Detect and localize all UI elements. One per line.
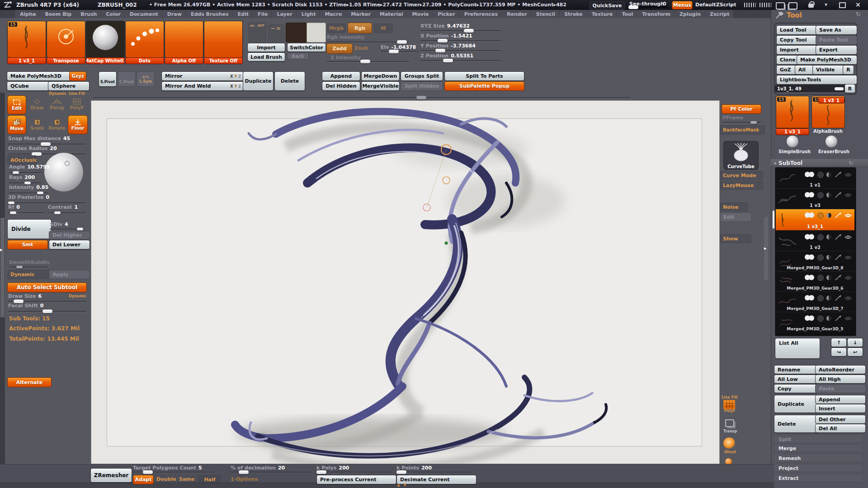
subtool-row[interactable]: Merged_PM3D_Gear3D_7 [776, 292, 854, 312]
menu-item[interactable]: Draw [163, 10, 186, 18]
lightbox-tools-button[interactable]: Lightbox▸Tools [776, 75, 857, 84]
pframe-slider[interactable] [722, 122, 760, 123]
subtool-polypaint-icon[interactable] [817, 172, 824, 178]
polyf-toggle-icon[interactable] [723, 400, 735, 409]
make-polymesh3d-tool-button[interactable]: Make PolyMesh3D [797, 55, 857, 65]
prev-doc-icon[interactable] [776, 2, 785, 9]
smt-button[interactable]: Smt [7, 240, 48, 249]
subtool-eye-icon[interactable] [809, 212, 814, 218]
subtool-row[interactable]: Merged_PM3D_Gear3D_5 [776, 312, 854, 334]
subtool-halftone-icon[interactable] [826, 275, 831, 280]
append-subtool-button[interactable]: Append [815, 395, 866, 404]
auto-select-subtool-button[interactable]: Auto Select Subtool [7, 282, 87, 292]
load-tool-button[interactable]: Load Tool [776, 25, 818, 35]
preprocess-current-button[interactable]: Pre-process Current [316, 475, 396, 484]
transpose-label[interactable]: Transpose [47, 57, 85, 64]
subtool-up-button[interactable]: ↑ [831, 338, 847, 347]
subtool-refresh-icon[interactable]: ↻ [849, 160, 853, 166]
subtool-move-down-list-button[interactable]: ↩ [847, 347, 863, 357]
move-mode-button[interactable]: MMove [7, 115, 26, 134]
undo-history-icon[interactable] [744, 3, 756, 7]
floor-button[interactable]: Floor [68, 115, 88, 134]
decimation-slider[interactable] [231, 472, 312, 473]
draw-size-slider[interactable] [8, 301, 86, 302]
menus-button[interactable]: Menus [672, 1, 693, 9]
append-button[interactable]: Append [322, 71, 360, 81]
copy-tool-button[interactable]: Copy Tool [776, 35, 818, 45]
switchcolor-button[interactable]: SwitchColor [287, 43, 326, 52]
menu-item[interactable]: File [253, 10, 273, 18]
see-through-slider[interactable] [628, 6, 668, 8]
all-low-button[interactable]: All Low [774, 375, 818, 384]
paste-subtool-button[interactable]: Paste [815, 384, 866, 393]
menu-item[interactable]: Light [297, 10, 321, 18]
subtool-brush-icon[interactable] [835, 275, 842, 281]
eraserbrush-preview[interactable] [826, 136, 837, 147]
rgb-button[interactable]: Rgb [348, 23, 372, 33]
subtool-polypaint-icon[interactable] [817, 275, 824, 281]
spivot-button[interactable]: S.Pivot [99, 71, 117, 87]
ghost-toggle-icon[interactable] [723, 437, 735, 449]
subtool-polypaint-icon[interactable] [817, 315, 824, 322]
subtool-visible-eye-icon[interactable] [844, 295, 852, 301]
section-project[interactable]: Project [774, 465, 862, 472]
draw-size-dynamic-tag[interactable]: Dynamic [69, 294, 86, 298]
mergevisible-button[interactable]: MergeVisible [361, 81, 400, 91]
goz-visible-button[interactable]: Visible [812, 65, 845, 75]
intensity-slider[interactable] [9, 192, 48, 193]
mrgb-button[interactable]: Mrgb [327, 23, 346, 33]
stroke-thumbnail[interactable] [125, 21, 164, 58]
subtool-polypaint-icon[interactable] [817, 212, 824, 219]
alternate-button[interactable]: Alternate [7, 377, 52, 387]
active-tool-slider-handle[interactable] [835, 87, 844, 90]
apply-button[interactable]: Apply [49, 270, 90, 279]
menu-item[interactable]: Material [375, 10, 407, 18]
persp-button[interactable]: Persp [48, 95, 66, 113]
snap-max-distance-slider[interactable] [8, 144, 86, 145]
subtool-visible-eye-icon[interactable] [844, 315, 852, 322]
rename-button[interactable]: Rename [774, 365, 818, 374]
del-all-button[interactable]: Del All [815, 424, 866, 433]
redo-history-icon[interactable] [760, 3, 771, 7]
autoreorder-button[interactable]: AutoReorder [815, 365, 866, 374]
rotate-mode-button[interactable]: RRotate [48, 115, 66, 133]
subtool-halftone-icon[interactable] [826, 172, 831, 177]
pf-color-button[interactable]: Pf Color [722, 104, 761, 114]
divide-button[interactable]: Divide [7, 219, 52, 239]
menu-item[interactable]: Layer [272, 10, 297, 18]
del-hidden-button[interactable]: Del Hidden [322, 81, 360, 91]
section-merge[interactable]: Merge [774, 445, 862, 452]
y-position-slider[interactable] [420, 50, 501, 51]
active-tool-r-button[interactable]: R [844, 84, 855, 93]
z-intensity-slider[interactable] [327, 61, 409, 62]
subtool-row-selected[interactable]: 1 v3_1 [776, 209, 854, 230]
subtool-row[interactable]: 1 v1 [776, 169, 854, 189]
goz-button[interactable]: GoZ [776, 65, 797, 75]
duplicate-mesh-button[interactable]: Duplicate [243, 71, 274, 91]
subtool-brush-icon[interactable] [835, 295, 842, 301]
groups-split-button[interactable]: Groups Split [401, 71, 443, 81]
section-remesh[interactable]: Remesh [774, 455, 862, 462]
circles-radius-slider[interactable] [8, 154, 86, 155]
menu-item[interactable]: Edds Brushes [186, 10, 233, 18]
draw-mode-button[interactable]: Draw [28, 95, 46, 113]
noise-button[interactable]: Noise [720, 202, 748, 211]
backfacemask-button[interactable]: BackfaceMask [720, 125, 765, 135]
menu-item[interactable]: Transform [637, 10, 675, 18]
polyframe-button[interactable]: PolyF [68, 95, 86, 113]
split-hidden-button[interactable]: Split Hidden [401, 81, 443, 91]
current-tool-thumbnail[interactable]: 15 [7, 21, 46, 58]
menu-item[interactable]: Texture [587, 10, 618, 18]
minimize-icon[interactable]: ▾ [825, 1, 827, 8]
subtool-move-up-list-button[interactable]: ↪ [831, 347, 847, 357]
main-color-swatch[interactable] [286, 23, 307, 42]
subtool-visible-eye-icon[interactable] [844, 212, 852, 219]
show-button[interactable]: Show [720, 234, 751, 243]
sculpture-3d-model[interactable] [208, 106, 624, 468]
transpose-thumbnail[interactable] [47, 21, 85, 58]
kpoints-slider[interactable] [396, 472, 471, 473]
shelf-divider-slider[interactable] [93, 97, 630, 98]
close-icon[interactable]: × [855, 1, 861, 8]
quicksave-button[interactable]: QuickSave [590, 1, 625, 9]
all-high-button[interactable]: All High [815, 375, 866, 384]
